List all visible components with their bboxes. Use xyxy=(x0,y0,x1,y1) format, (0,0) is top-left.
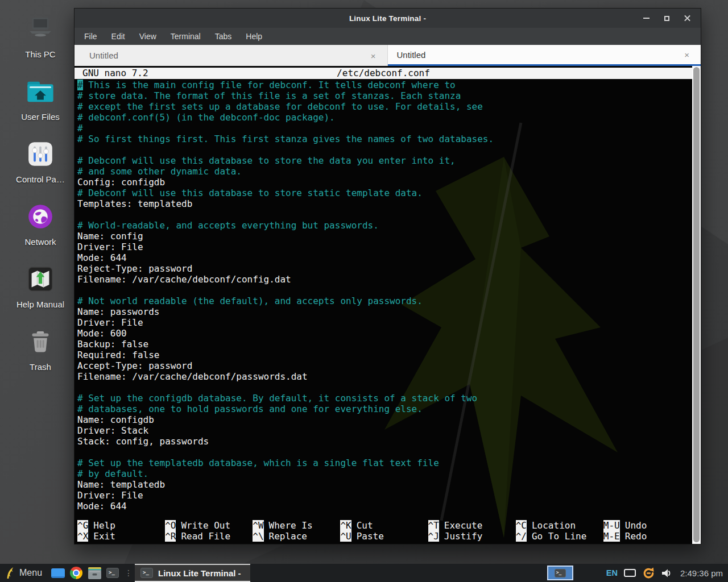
shortcut-label: Redo xyxy=(625,531,647,542)
tab-close-icon[interactable]: × xyxy=(371,51,376,60)
update-manager-tray-button[interactable] xyxy=(642,567,655,580)
shortcut-key: ^X xyxy=(77,531,88,542)
tab-label: Untitled xyxy=(89,51,118,60)
nano-header-bar: GNU nano 7.2 /etc/debconf.conf xyxy=(75,68,692,79)
chrome-icon xyxy=(70,567,82,579)
desktop-icon-label: This PC xyxy=(25,49,55,59)
shortcut-key: ^T xyxy=(428,520,439,531)
editor-line: Stack: config, passwords xyxy=(77,436,688,447)
editor-line: Driver: File xyxy=(77,490,688,501)
shortcut-label: Read File xyxy=(181,531,230,542)
taskbar: Menu >_ ⋮ >_ Linux Lite Terminal - >_ EN xyxy=(0,564,728,582)
minimize-button[interactable] xyxy=(640,13,652,24)
trash-icon xyxy=(24,325,57,358)
menu-terminal[interactable]: Terminal xyxy=(171,32,201,41)
nano-shortcut: ^TExecute xyxy=(428,520,516,531)
file-manager-icon xyxy=(88,567,102,580)
tab-bar: Untitled × Untitled × xyxy=(75,45,701,66)
window-titlebar[interactable]: Linux Lite Terminal - xyxy=(75,9,701,28)
desktop-icon-this-pc[interactable]: This PC xyxy=(7,9,74,72)
menu-help[interactable]: Help xyxy=(246,32,262,41)
editor-line: # except the first sets up a database fo… xyxy=(77,101,688,112)
editor-line: # Debconf will use this database to stor… xyxy=(77,188,688,198)
workspace-pager[interactable]: >_ xyxy=(547,566,573,580)
shortcut-label: Paste xyxy=(357,531,384,542)
shortcut-key: ^O xyxy=(165,520,176,531)
nano-shortcut: ^/Go To Line xyxy=(516,531,603,542)
desktop-icon-network[interactable]: Network xyxy=(7,197,74,259)
shortcut-label: Undo xyxy=(625,520,647,531)
editor-line: # Set up the configdb database. By defau… xyxy=(77,393,688,404)
volume-tray-button[interactable] xyxy=(661,568,672,578)
scrollbar-thumb[interactable] xyxy=(693,67,700,542)
desktop-icon-trash[interactable]: Trash xyxy=(7,322,74,384)
nano-shortcut: ^KCut xyxy=(340,520,428,531)
editor-line xyxy=(77,382,688,393)
keyboard-layout-indicator[interactable]: EN xyxy=(606,568,618,577)
desktop-icon-label: Network xyxy=(24,237,56,247)
taskbar-window-button[interactable]: >_ Linux Lite Terminal - xyxy=(135,564,250,582)
start-menu-label: Menu xyxy=(19,568,42,578)
editor-line: Accept-Type: password xyxy=(77,360,688,371)
shortcut-label: Cut xyxy=(357,520,373,531)
editor-line: # xyxy=(77,123,688,134)
network-globe-icon xyxy=(24,200,57,233)
nano-cursor: # xyxy=(77,80,83,90)
menu-file[interactable]: File xyxy=(84,32,97,41)
maximize-button[interactable] xyxy=(661,13,672,24)
tab-untitled-2[interactable]: Untitled × xyxy=(388,45,701,66)
terminal-icon: >_ xyxy=(106,568,119,578)
editor-line: Name: templatedb xyxy=(77,479,688,490)
shortcut-row: ^GHelp^OWrite Out^WWhere Is^KCut^TExecut… xyxy=(77,520,691,531)
editor-line: Reject-Type: password xyxy=(77,263,688,274)
shortcut-key: ^/ xyxy=(516,531,527,542)
terminal-window: Linux Lite Terminal - File Edit View Ter… xyxy=(74,8,701,544)
minimize-icon xyxy=(643,18,650,19)
shortcut-row: ^XExit^RRead File^\Replace^UPaste^JJusti… xyxy=(77,531,691,542)
menu-edit[interactable]: Edit xyxy=(111,32,125,41)
editor-line: # and some other dynamic data. xyxy=(77,166,688,177)
tab-close-icon[interactable]: × xyxy=(684,51,689,59)
chrome-launcher[interactable] xyxy=(67,564,85,582)
show-desktop-button[interactable] xyxy=(49,564,67,582)
menu-view[interactable]: View xyxy=(139,32,156,41)
desktop-icon-user-files[interactable]: User Files xyxy=(7,72,74,134)
terminal-content[interactable]: GNU nano 7.2 /etc/debconf.conf # This is… xyxy=(75,66,701,544)
desktop-icon-help-manual[interactable]: Help Manual xyxy=(7,259,74,322)
folder-home-icon xyxy=(24,75,57,108)
editor-line: # This is the main config file for debco… xyxy=(77,80,688,90)
nano-shortcut: ^XExit xyxy=(77,531,165,542)
editor-line: Templates: templatedb xyxy=(77,198,688,209)
desktop-icon-label: Control Pa… xyxy=(16,174,65,184)
desktop-icon-control-panel[interactable]: Control Pa… xyxy=(7,134,74,197)
menu-bar: File Edit View Terminal Tabs Help xyxy=(75,28,701,45)
nano-shortcut: ^OWrite Out xyxy=(165,520,253,531)
editor-line: Driver: Stack xyxy=(77,425,688,436)
start-menu-button[interactable]: Menu xyxy=(0,564,49,582)
shortcut-label: Justify xyxy=(444,531,482,542)
desktop-icon-label: Help Manual xyxy=(16,300,64,309)
scrollbar[interactable] xyxy=(692,66,701,544)
editor-line xyxy=(77,209,688,220)
taskbar-clock[interactable]: 2:49:36 pm xyxy=(680,568,723,578)
editor-line: # by default. xyxy=(77,468,688,479)
shortcut-label: Location xyxy=(532,520,576,531)
editor-line: Name: configdb xyxy=(77,414,688,425)
editor-line xyxy=(77,447,688,458)
terminal-launcher[interactable]: >_ xyxy=(104,564,122,582)
tab-label: Untitled xyxy=(397,50,426,60)
nano-filename: /etc/debconf.conf xyxy=(75,68,692,79)
tab-untitled-1[interactable]: Untitled × xyxy=(75,45,388,66)
display-settings-tray-button[interactable] xyxy=(624,569,636,577)
window-controls xyxy=(640,9,693,28)
nano-shortcut: ^CLocation xyxy=(516,520,603,531)
file-manager-launcher[interactable] xyxy=(85,564,104,582)
nano-shortcut: ^RRead File xyxy=(165,531,253,542)
maximize-icon xyxy=(664,16,669,21)
menu-tabs[interactable]: Tabs xyxy=(215,32,232,41)
close-button[interactable] xyxy=(681,13,693,24)
control-panel-icon xyxy=(24,138,57,171)
terminal-icon: >_ xyxy=(555,569,566,577)
tasklist-handle[interactable]: ⋮ xyxy=(125,568,132,577)
desktop-icon-column: This PC User Files Control Pa… xyxy=(7,9,74,384)
